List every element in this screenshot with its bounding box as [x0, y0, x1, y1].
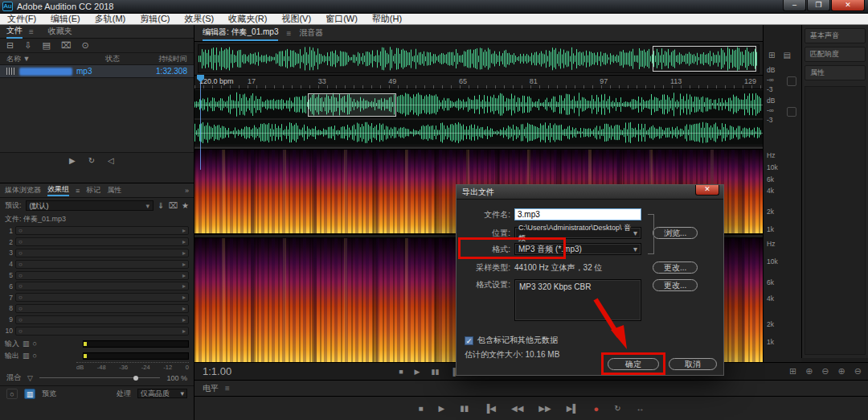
- change-settings-button[interactable]: 更改...: [653, 279, 698, 291]
- power-icon[interactable]: ○: [18, 249, 23, 257]
- tab-favorites[interactable]: 收藏夹: [48, 26, 72, 37]
- file-list-empty-area[interactable]: [0, 78, 194, 152]
- menu-item[interactable]: 窗口(W): [318, 14, 365, 24]
- tab-levels[interactable]: 电平: [203, 383, 219, 394]
- zoom-icon[interactable]: ⊕: [838, 366, 845, 377]
- change-sample-button[interactable]: 更改...: [653, 261, 698, 274]
- transport-button[interactable]: ▶: [438, 404, 444, 413]
- power-icon[interactable]: ○: [18, 327, 23, 335]
- slot-arrow-icon[interactable]: ▸: [182, 294, 186, 301]
- restore-button[interactable]: ❐: [807, 0, 830, 11]
- preview-label[interactable]: 预览: [42, 389, 56, 399]
- menu-item[interactable]: 剪辑(C): [133, 14, 177, 24]
- effect-slot[interactable]: 10 ○ ▸: [2, 325, 189, 336]
- transport-button[interactable]: ■: [418, 404, 423, 413]
- panel-menu-icon[interactable]: ≡: [76, 187, 80, 195]
- slot-arrow-icon[interactable]: ▸: [182, 227, 186, 234]
- slot-arrow-icon[interactable]: ▸: [182, 261, 186, 268]
- transport-button[interactable]: ▮▮: [460, 404, 469, 413]
- tab-markers[interactable]: 标记: [86, 185, 100, 196]
- zoom-icon[interactable]: ⊕: [805, 366, 813, 377]
- slot-arrow-icon[interactable]: ▸: [182, 327, 186, 335]
- panel-menu-icon[interactable]: ≡: [225, 384, 230, 393]
- dialog-title-bar[interactable]: 导出文件: [457, 185, 723, 200]
- selection-region[interactable]: [308, 93, 396, 117]
- zoom-frame-icon[interactable]: ⊞: [768, 51, 775, 60]
- power-icon[interactable]: ○: [33, 352, 37, 360]
- channel-button[interactable]: [787, 76, 796, 86]
- transport-icon[interactable]: ▮▮: [432, 368, 440, 376]
- waveform-channel-right[interactable]: [194, 120, 763, 145]
- power-icon[interactable]: ○: [18, 227, 23, 234]
- effect-slot[interactable]: 8 ○ ▸: [2, 303, 189, 315]
- trash-icon[interactable]: ⌧: [61, 40, 72, 51]
- folder-open-icon[interactable]: ⊟: [6, 40, 14, 51]
- effect-slot[interactable]: 4 ○ ▸: [2, 258, 189, 270]
- metadata-checkbox[interactable]: ✓: [465, 336, 473, 345]
- column-name[interactable]: 名称 ▼: [6, 54, 105, 64]
- power-icon[interactable]: ○: [18, 282, 23, 290]
- tab-properties[interactable]: 属性: [805, 65, 866, 80]
- transport-button[interactable]: ↔: [637, 404, 645, 413]
- tab-mixer[interactable]: 混音器: [299, 27, 323, 39]
- effect-slot[interactable]: 3 ○ ▸: [2, 248, 189, 259]
- panel-menu-icon[interactable]: ≡: [29, 27, 34, 36]
- file-list-item[interactable]: mp3 1:32.308: [0, 65, 194, 78]
- tab-match-loudness[interactable]: 匹配响度: [805, 47, 866, 62]
- filename-input[interactable]: 3.mp3: [514, 208, 641, 220]
- tab-properties[interactable]: 属性: [107, 185, 121, 196]
- slot-arrow-icon[interactable]: ▸: [182, 249, 186, 257]
- slot-arrow-icon[interactable]: ▸: [182, 272, 186, 279]
- effect-slot[interactable]: 7 ○ ▸: [2, 292, 189, 303]
- transport-button[interactable]: ●: [594, 404, 600, 414]
- preview-play-icon[interactable]: ▶: [69, 156, 76, 165]
- overview-waveform[interactable]: [198, 44, 760, 73]
- transport-button[interactable]: ↻: [614, 404, 620, 413]
- menu-item[interactable]: 帮助(H): [365, 14, 409, 24]
- power-icon[interactable]: ○: [18, 261, 23, 268]
- format-dropdown[interactable]: MP3 音频 (*.mp3) ▾: [514, 243, 641, 255]
- transport-icon[interactable]: ■: [399, 368, 403, 376]
- close-button[interactable]: ✕: [831, 0, 865, 11]
- zoom-icon[interactable]: ⊖: [821, 366, 829, 377]
- search-icon[interactable]: ⊙: [82, 40, 89, 51]
- slot-arrow-icon[interactable]: ▸: [182, 305, 186, 312]
- import-file-icon[interactable]: ⇩: [24, 40, 31, 51]
- effect-slot[interactable]: 6 ○ ▸: [2, 281, 189, 292]
- ok-button[interactable]: 确定: [608, 358, 659, 370]
- grid-icon[interactable]: ▤: [783, 51, 790, 60]
- panel-menu-icon[interactable]: ≡: [286, 29, 291, 38]
- minimize-button[interactable]: –: [783, 0, 806, 11]
- mix-slider[interactable]: [39, 377, 161, 378]
- rack-power-button[interactable]: ○: [6, 389, 18, 399]
- power-icon[interactable]: ○: [18, 305, 23, 312]
- preview-loop-icon[interactable]: ↻: [88, 156, 95, 165]
- preview-speaker-icon[interactable]: ◁: [108, 156, 114, 165]
- menu-item[interactable]: 多轨(M): [88, 14, 133, 24]
- column-duration[interactable]: 持续时间: [141, 54, 187, 64]
- process-dropdown[interactable]: 仅高品质▾: [137, 389, 187, 398]
- tab-effects-rack[interactable]: 效果组: [47, 184, 69, 196]
- transport-button[interactable]: ▶▌: [567, 404, 579, 413]
- power-icon[interactable]: ○: [33, 340, 37, 348]
- location-dropdown[interactable]: C:\Users\Administrator\Desktop\ 音频 ▾: [514, 227, 641, 239]
- cancel-button[interactable]: 取消: [669, 358, 717, 370]
- tab-media-browser[interactable]: 媒体浏览器: [5, 185, 41, 196]
- transport-icon[interactable]: ▶: [415, 368, 420, 376]
- tab-overflow-icon[interactable]: »: [185, 187, 189, 195]
- effect-slot[interactable]: 1 ○ ▸: [2, 225, 189, 237]
- column-status[interactable]: 状态: [105, 54, 141, 64]
- menu-item[interactable]: 编辑(E): [43, 14, 88, 24]
- power-icon[interactable]: ○: [18, 294, 23, 301]
- transport-button[interactable]: ▶▶: [538, 404, 551, 413]
- power-icon[interactable]: ○: [18, 272, 23, 279]
- slot-arrow-icon[interactable]: ▸: [182, 282, 186, 290]
- browse-button[interactable]: 浏览...: [653, 227, 698, 239]
- menu-item[interactable]: 视图(V): [274, 14, 318, 24]
- tab-files[interactable]: 文件: [6, 25, 23, 39]
- waveform-channel-left[interactable]: [194, 90, 763, 119]
- preset-dropdown[interactable]: (默认)▾: [26, 200, 154, 211]
- slot-arrow-icon[interactable]: ▸: [182, 316, 186, 323]
- tab-essential-sound[interactable]: 基本声音: [805, 28, 866, 43]
- transport-button[interactable]: ▐◀: [484, 404, 496, 413]
